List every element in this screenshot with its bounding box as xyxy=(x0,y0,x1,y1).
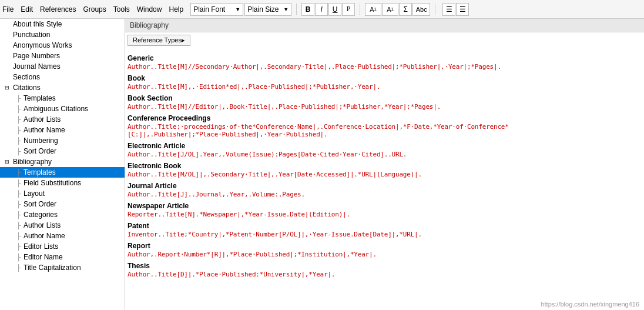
sidebar-item[interactable]: ├ Editor Lists xyxy=(0,241,125,252)
ref-section-title: Conference Proceedings xyxy=(128,114,642,122)
sidebar-item[interactable]: ├ Sort Order xyxy=(0,199,125,209)
sidebar-item-label: Author Lists xyxy=(24,221,61,229)
menu-item-file[interactable]: File xyxy=(2,5,14,14)
sep3 xyxy=(435,4,435,15)
ref-section: Electronic ArticleAuthor..Title[J/OL].Ye… xyxy=(128,142,642,158)
sidebar-item[interactable]: Anonymous Works xyxy=(0,40,125,51)
ref-section-title: Journal Article xyxy=(128,182,642,190)
sidebar-item-label: Templates xyxy=(24,168,56,176)
tree-spacer: ├ xyxy=(16,169,24,176)
sidebar-item[interactable]: ├ Author Lists xyxy=(0,220,125,231)
sidebar-item[interactable]: ⊟Citations xyxy=(0,82,125,93)
bold-button[interactable]: B xyxy=(301,3,314,16)
expand-icon: ⊟ xyxy=(5,85,12,91)
sidebar-item[interactable]: Sections xyxy=(0,72,125,82)
align-buttons: ☰ ☰ xyxy=(442,3,469,16)
sigma-button[interactable]: Σ xyxy=(399,3,412,16)
sidebar-item[interactable]: ├ Templates xyxy=(0,167,125,178)
ref-section: ThesisAuthor..Title[D]|.*Place·Published… xyxy=(128,262,642,278)
ref-section-title: Report xyxy=(128,242,642,250)
sidebar-item-label: Numbering xyxy=(24,136,58,145)
sidebar-item[interactable]: ├ Ambiguous Citations xyxy=(0,104,125,114)
ref-section-title: Electronic Article xyxy=(128,142,642,150)
sidebar-item-label: Punctuation xyxy=(13,31,50,39)
sidebar-item[interactable]: ⊟Bibliography xyxy=(0,156,125,167)
ref-section-content: Author..Title[D]|.*Place·Published:*Univ… xyxy=(128,271,642,278)
menu-item-help[interactable]: Help xyxy=(169,5,183,14)
tree-spacer: ├ xyxy=(16,105,24,112)
sidebar-item[interactable]: ├ Editor Name xyxy=(0,252,125,262)
reference-types-button[interactable]: Reference Types▸ xyxy=(128,35,190,46)
sidebar-item-label: Sections xyxy=(13,73,40,81)
sidebar-item[interactable]: ├ Author Name xyxy=(0,231,125,241)
menu-item-references[interactable]: References xyxy=(40,5,76,14)
font-value: Plain Font xyxy=(193,5,225,14)
tree-spacer: ├ xyxy=(16,222,24,229)
sidebar-item[interactable]: ├ Author Name xyxy=(0,125,125,135)
sep2 xyxy=(360,4,360,15)
ref-section: Journal ArticleAuthor..Title[J]..Journal… xyxy=(128,182,642,198)
subscript-button[interactable]: A1 xyxy=(382,3,398,16)
ref-section-title: Electronic Book xyxy=(128,162,642,170)
sidebar-item-label: Ambiguous Citations xyxy=(24,105,88,113)
superscript-button[interactable]: A1 xyxy=(365,3,381,16)
sidebar-item[interactable]: ├ Title Capitalization xyxy=(0,262,125,273)
sidebar-item[interactable]: Page Numbers xyxy=(0,51,125,61)
expand-icon: ⊟ xyxy=(5,159,12,165)
ref-section-content: Author..Title[M],.·Edition*ed|,.Place·Pu… xyxy=(128,83,642,91)
italic-button[interactable]: I xyxy=(315,3,328,16)
ref-section: Conference ProceedingsAuthor..Title;·pro… xyxy=(128,114,642,138)
menu-item-tools[interactable]: Tools xyxy=(113,5,130,14)
abc-button[interactable]: Abc xyxy=(412,3,430,16)
sidebar-item-label: Field Substitutions xyxy=(24,179,81,187)
sidebar-item[interactable]: ├ Field Substitutions xyxy=(0,178,125,188)
tree-spacer: ├ xyxy=(16,137,24,144)
content-area: Bibliography Reference Types▸ GenericAut… xyxy=(125,19,644,310)
sidebar-item[interactable]: ├ Numbering xyxy=(0,135,125,146)
sidebar-item-label: Anonymous Works xyxy=(13,41,72,49)
sidebar-item[interactable]: Journal Names xyxy=(0,61,125,72)
tree-spacer: ├ xyxy=(16,264,24,271)
sidebar-item-label: About this Style xyxy=(13,20,62,28)
menu-item-groups[interactable]: Groups xyxy=(83,5,106,14)
ref-section: BookAuthor..Title[M],.·Edition*ed|,.Plac… xyxy=(128,74,642,91)
menu-item-window[interactable]: Window xyxy=(137,5,162,14)
tree-spacer: ├ xyxy=(16,190,24,197)
tree-spacer: ├ xyxy=(16,95,24,102)
size-value: Plain Size xyxy=(247,5,279,14)
sidebar-item[interactable]: About this Style xyxy=(0,19,125,29)
underline-button[interactable]: U xyxy=(328,3,341,16)
sidebar-item[interactable]: ├ Author Lists xyxy=(0,114,125,125)
sidebar-item[interactable]: Punctuation xyxy=(0,29,125,40)
menu-item-edit[interactable]: Edit xyxy=(21,5,33,14)
size-arrow: ▼ xyxy=(283,6,289,12)
ref-section-title: Book Section xyxy=(128,94,642,102)
sidebar-item-label: Page Numbers xyxy=(13,52,60,60)
sidebar-item[interactable]: ├ Layout xyxy=(0,188,125,199)
tree-spacer: ├ xyxy=(16,243,24,250)
sidebar-item-label: Author Lists xyxy=(24,115,61,124)
toolbar: FileEditReferencesGroupsToolsWindowHelp … xyxy=(0,0,644,19)
size-selector[interactable]: Plain Size ▼ xyxy=(244,3,291,16)
ref-section-content: Author..Title[M]//Editor|,.Book·Title|,.… xyxy=(128,103,642,111)
ref-section-title: Newspaper Article xyxy=(128,202,642,210)
font-selector[interactable]: Plain Font ▼ xyxy=(190,3,243,16)
ref-section: Newspaper ArticleReporter..Title[N].*New… xyxy=(128,202,642,218)
sidebar-item[interactable]: ├ Categories xyxy=(0,209,125,220)
font-controls: Plain Font ▼ Plain Size ▼ xyxy=(190,3,291,16)
ref-section-content: Reporter..Title[N].*Newspaper|,*Year-Iss… xyxy=(128,211,642,218)
main-layout: About this StylePunctuationAnonymous Wor… xyxy=(0,19,644,310)
sidebar-item-label: Editor Name xyxy=(24,253,63,261)
ref-section-content: Inventor..Title;*Country|,*Patent·Number… xyxy=(128,231,642,238)
align-left-button[interactable]: ☰ xyxy=(442,3,455,16)
sidebar-item-label: Templates xyxy=(24,94,56,102)
ref-section: PatentInventor..Title;*Country|,*Patent·… xyxy=(128,222,642,238)
plain-button[interactable]: P xyxy=(342,3,355,16)
sidebar-item[interactable]: ├ Templates xyxy=(0,93,125,104)
align-right-button[interactable]: ☰ xyxy=(456,3,469,16)
sidebar-item-label: Categories xyxy=(24,211,58,219)
content-title: Bibliography xyxy=(130,21,169,29)
sidebar-item[interactable]: ├ Sort Order xyxy=(0,146,125,156)
sidebar-item-label: Journal Names xyxy=(13,62,61,71)
font-arrow: ▼ xyxy=(235,6,240,12)
